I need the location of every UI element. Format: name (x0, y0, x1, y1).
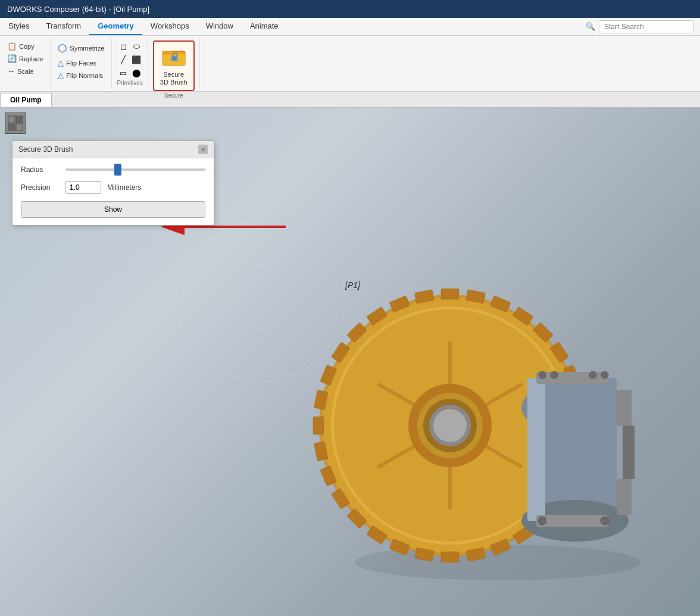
svg-rect-72 (617, 479, 632, 515)
secure-label: Secure (164, 91, 183, 99)
viewport[interactable]: Secure 3D Brush ✕ Radius Precision Milli… (0, 108, 700, 616)
svg-point-52 (433, 409, 467, 442)
svg-point-65 (551, 371, 558, 379)
svg-rect-68 (536, 515, 608, 527)
svg-point-70 (601, 517, 609, 525)
svg-rect-8 (16, 124, 23, 130)
prim-ellipse-icon[interactable]: ⬭ (130, 40, 142, 52)
ribbon: 📋 Copy 🔄 Replace ↔ Scale ⬡ Symmetrize (0, 36, 700, 92)
copy-icon: 📋 (7, 42, 17, 51)
search-input[interactable] (599, 20, 694, 33)
flip-faces-icon: △ (58, 58, 64, 67)
svg-point-67 (601, 371, 608, 379)
svg-rect-2 (162, 51, 172, 55)
replace-icon: 🔄 (7, 54, 17, 63)
svg-rect-7 (8, 124, 15, 130)
svg-point-66 (589, 371, 596, 379)
svg-rect-71 (617, 390, 632, 426)
dialog-title-bar: Secure 3D Brush ✕ (12, 141, 214, 158)
oil-pump-model (271, 211, 676, 592)
primitives-label: Primitives (117, 79, 142, 86)
menu-workshops[interactable]: Workshops (142, 18, 198, 35)
svg-rect-38 (313, 417, 324, 434)
prim-rect-icon[interactable]: ▭ (117, 67, 129, 79)
menu-geometry[interactable]: Geometry (89, 18, 142, 35)
radius-row: Radius (21, 165, 205, 174)
scale-button[interactable]: ↔ Scale (5, 65, 45, 77)
symmetrize-icon: ⬡ (58, 42, 67, 55)
svg-point-4 (173, 58, 175, 60)
ribbon-group-symmetry: ⬡ Symmetrize △ Flip Faces △ Flip Normals (51, 38, 112, 89)
search-box[interactable]: 🔍 (580, 18, 700, 35)
radius-slider[interactable] (65, 168, 205, 171)
svg-rect-6 (16, 116, 23, 123)
ribbon-group-secure: Secure3D Brush Secure (148, 38, 200, 89)
secure-3d-brush-icon (161, 45, 186, 70)
menu-bar: Styles Transform Geometry Workshops Wind… (0, 18, 700, 36)
oil-pump-tab[interactable]: Oil Pump (0, 93, 52, 107)
title-bar: DWORKS Composer (64-bit) - [Oil Pump] (0, 0, 700, 18)
symmetrize-button[interactable]: ⬡ Symmetrize (55, 40, 107, 56)
ribbon-group-primitives: ◻ ⬭ ╱ ⬛ ▭ ⬤ Primitives (112, 38, 148, 89)
ribbon-group-edit: 📋 Copy 🔄 Replace ↔ Scale (0, 38, 51, 89)
secure-3d-brush-dialog: Secure 3D Brush ✕ Radius Precision Milli… (12, 140, 214, 226)
radius-slider-thumb[interactable] (114, 164, 121, 176)
copy-button[interactable]: 📋 Copy (5, 40, 45, 52)
precision-label: Precision (21, 183, 60, 192)
show-button[interactable]: Show (21, 201, 205, 218)
precision-input[interactable] (65, 181, 101, 194)
prim-line-icon[interactable]: ╱ (117, 54, 129, 65)
svg-rect-63 (536, 372, 608, 384)
secure-3d-brush-button[interactable]: Secure3D Brush (153, 40, 195, 91)
svg-rect-5 (8, 116, 15, 123)
flip-faces-button[interactable]: △ Flip Faces (55, 57, 107, 68)
flip-normals-icon: △ (58, 71, 64, 80)
search-icon: 🔍 (586, 22, 595, 31)
dialog-close-button[interactable]: ✕ (198, 145, 208, 154)
menu-animate[interactable]: Animate (242, 18, 287, 35)
radius-label: Radius (21, 165, 60, 174)
flip-normals-button[interactable]: △ Flip Normals (55, 70, 107, 81)
main-area: Oil Pump Secure 3D Brush ✕ Radius (0, 92, 700, 616)
svg-point-64 (539, 371, 546, 379)
svg-rect-73 (623, 426, 635, 479)
dialog-title: Secure 3D Brush (18, 145, 73, 154)
svg-rect-14 (441, 289, 459, 299)
svg-rect-62 (527, 378, 545, 521)
svg-rect-30 (441, 552, 459, 562)
prim-cube-icon[interactable]: ⬛ (130, 54, 142, 65)
prim-square-icon[interactable]: ◻ (117, 40, 129, 52)
prim-circle-icon[interactable]: ⬤ (130, 67, 142, 79)
dialog-body: Radius Precision Millimeters Show (12, 158, 214, 225)
scale-icon: ↔ (7, 67, 15, 76)
title-text: DWORKS Composer (64-bit) - [Oil Pump] (7, 5, 149, 14)
menu-styles[interactable]: Styles (0, 18, 38, 35)
secure-3d-brush-label: Secure3D Brush (160, 71, 188, 86)
svg-point-69 (538, 517, 546, 525)
precision-row: Precision Millimeters (21, 181, 205, 194)
menu-transform[interactable]: Transform (38, 18, 89, 35)
replace-button[interactable]: 🔄 Replace (5, 53, 45, 64)
viewport-nav-icon[interactable] (5, 112, 26, 134)
menu-window[interactable]: Window (198, 18, 242, 35)
precision-units: Millimeters (107, 183, 141, 192)
viewport-tab-bar: Oil Pump (0, 92, 700, 108)
